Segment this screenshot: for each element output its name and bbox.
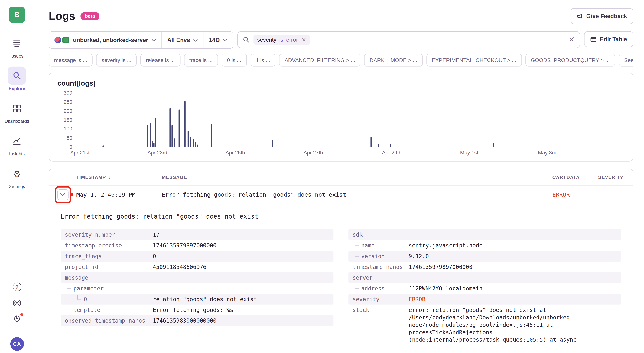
filter-chip[interactable]: message is ... (49, 54, 93, 67)
sidebar-item-issues[interactable]: Issues (8, 34, 26, 58)
whats-new-fire-icon[interactable] (13, 314, 21, 323)
filter-chip[interactable]: severity is ... (96, 54, 137, 67)
filter-chip[interactable]: GOODS_PRODUCTQUERY > ... (525, 54, 615, 67)
x-tick-label: Apr 21st (70, 150, 90, 156)
detail-row: templateError fetching goods: %s (61, 304, 334, 315)
chart-bar (197, 144, 198, 147)
detail-key: address (352, 285, 409, 292)
main-content: Logs beta Give Feedback unborked, unbork… (34, 0, 644, 353)
edit-table-button[interactable]: Edit Table (584, 32, 633, 47)
search-input[interactable]: severity is error ✕ ✕ (238, 32, 580, 48)
chart-bar (150, 123, 151, 147)
see-full-list-chip[interactable]: See full list (619, 54, 633, 67)
give-feedback-button[interactable]: Give Feedback (570, 8, 633, 24)
sidebar-bottom: ? CA (6, 283, 28, 351)
detail-col-left: severity_number17timestamp_precise174613… (61, 229, 334, 326)
column-header-severity[interactable]: SEVERITY (598, 175, 633, 180)
detail-row: trace_flags0 (61, 251, 334, 261)
detail-value: 4509118548606976 (153, 263, 330, 271)
sidebar-item-settings[interactable]: ⚙ Settings (8, 164, 26, 189)
chart-bar (170, 108, 171, 147)
detail-key: version (352, 252, 409, 260)
chart-bar (152, 141, 153, 147)
org-logo[interactable]: B (9, 7, 25, 23)
tree-elbow-icon (354, 241, 359, 246)
chart-bar (184, 102, 186, 147)
token-key: severity (257, 37, 276, 43)
column-header-message[interactable]: MESSAGE (162, 175, 552, 180)
page-filter-group: unborked, unborked-server All Envs 14D (49, 32, 233, 49)
sidebar-item-dashboards[interactable]: Dashboards (5, 99, 29, 124)
filter-chip[interactable]: 1 is ... (250, 54, 276, 67)
project-platform-icon (62, 37, 69, 43)
detail-key: server (352, 274, 409, 281)
sidebar-item-explore[interactable]: Explore (8, 67, 26, 91)
chart-bar (188, 131, 189, 147)
tree-elbow-icon (67, 284, 71, 289)
logs-table-header: TIMESTAMP ↓ MESSAGE CARTDATA SEVERITY (49, 169, 633, 186)
sidebar-item-label: Settings (9, 184, 25, 189)
expand-row-button[interactable] (57, 189, 68, 200)
sidebar-item-insights[interactable]: Insights (8, 132, 26, 156)
megaphone-icon (577, 13, 583, 19)
detail-row: sdk (348, 229, 621, 240)
detail-value: error: relation "goods" does not exist a… (409, 306, 617, 343)
detail-value: ERROR (409, 295, 617, 303)
detail-key: parameter (65, 285, 153, 292)
filter-chip[interactable]: EXPERIMENTAL_CHECKOUT > ... (426, 54, 522, 67)
filter-chip[interactable]: DARK__MODE > ... (364, 54, 422, 67)
table-icon (590, 36, 596, 43)
detail-value: 1746135983000000000 (153, 317, 330, 324)
help-icon[interactable]: ? (12, 283, 21, 291)
chart-bar (390, 144, 391, 147)
filter-chip[interactable]: 0 is ... (222, 54, 247, 67)
row-timestamp: May 1, 2:46:19 PM (76, 191, 162, 198)
detail-row: message (61, 272, 334, 283)
search-clear-icon[interactable]: ✕ (568, 36, 575, 43)
chart-bar (153, 143, 155, 147)
detail-row: stackerror: relation "goods" does not ex… (348, 304, 621, 345)
token-operator: is (279, 37, 283, 43)
detail-key: name (352, 242, 409, 249)
tree-elbow-icon (77, 294, 82, 299)
sidebar-divider (6, 330, 28, 330)
detail-attributes: severity_number17timestamp_precise174613… (61, 229, 621, 345)
detail-key: project_id (65, 263, 153, 271)
detail-key: message (65, 274, 153, 281)
detail-value: 17 (153, 231, 330, 238)
filter-chip[interactable]: trace is ... (184, 54, 218, 67)
edit-table-label: Edit Table (600, 36, 627, 43)
environment-selector[interactable]: All Envs (162, 32, 203, 49)
y-tick-label: 0 (69, 144, 72, 150)
user-avatar[interactable]: CA (10, 337, 24, 351)
notification-dot (20, 313, 23, 316)
row-severity: ERROR (552, 191, 633, 198)
app-root: B Issues Explore Dashboards (0, 0, 644, 353)
annotation-highlight-box (57, 189, 68, 200)
token-remove-icon[interactable]: ✕ (302, 37, 306, 43)
detail-title: Error fetching goods: relation "goods" d… (61, 213, 621, 220)
broadcast-icon[interactable] (12, 298, 22, 307)
detail-row: timestamp_nanos1746135979897000000 (348, 261, 621, 272)
x-axis: Apr 21stApr 23rdApr 25thApr 27thApr 29th… (76, 147, 624, 157)
detail-key: severity (352, 295, 409, 303)
chevron-down-icon (223, 39, 228, 42)
filter-chip[interactable]: release is ... (140, 54, 180, 67)
chevron-down-icon (152, 39, 156, 42)
y-tick-label: 200 (64, 108, 72, 114)
chart-body: 050100150200250300 (58, 93, 624, 147)
filter-chip[interactable]: ADVANCED_FILTERING > ... (279, 54, 360, 67)
sidebar-item-label: Issues (10, 53, 24, 58)
column-header-cartdata[interactable]: CARTDATA (552, 175, 598, 180)
date-range-selector[interactable]: 14D (203, 32, 233, 49)
detail-row: namesentry.javascript.node (348, 240, 621, 251)
column-header-timestamp[interactable]: TIMESTAMP ↓ (76, 174, 162, 180)
y-axis: 050100150200250300 (58, 93, 76, 147)
search-filter-token[interactable]: severity is error ✕ (254, 35, 310, 44)
filter-bar: unborked, unborked-server All Envs 14D (49, 32, 633, 49)
detail-value: 1746135979897000000 (153, 242, 330, 249)
chart-bar (195, 142, 196, 147)
project-selector[interactable]: unborked, unborked-server (49, 32, 162, 49)
chart-bar (178, 110, 180, 147)
detail-key: 0 (65, 295, 153, 303)
